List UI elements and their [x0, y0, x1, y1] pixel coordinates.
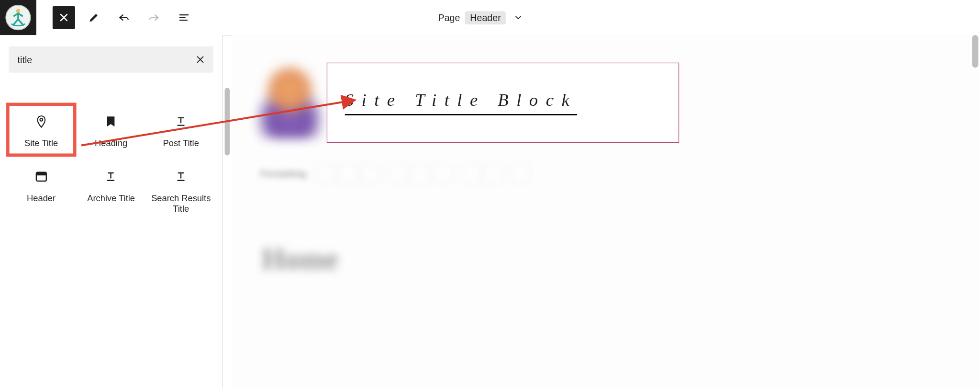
block-search [9, 46, 213, 73]
block-site-title[interactable]: Site Title [8, 104, 75, 155]
undo-button[interactable] [112, 6, 135, 29]
editor-canvas[interactable]: Site Title Block Formatting Home [232, 35, 980, 388]
pencil-icon [88, 11, 100, 24]
block-label: Header [27, 193, 56, 204]
title-icon [103, 169, 118, 184]
block-toolbar-blurred: Formatting [260, 158, 624, 189]
header-layout-icon [33, 169, 48, 184]
editor-topbar: Page Header [0, 0, 980, 36]
block-search-input[interactable] [16, 54, 195, 66]
pin-icon [33, 114, 48, 129]
breadcrumb-root: Page [438, 12, 460, 23]
page-heading-blurred: Home [262, 242, 338, 276]
svg-point-1 [16, 9, 21, 13]
redo-button [143, 6, 165, 29]
editor-scrollbar[interactable] [972, 35, 978, 68]
svg-point-2 [40, 118, 43, 121]
block-label: Search Results Title [150, 193, 212, 215]
toolbar-label: Formatting [260, 169, 306, 179]
yoga-logo-icon [5, 4, 31, 31]
edit-tool-button[interactable] [83, 6, 105, 29]
block-post-title[interactable]: Post Title [147, 104, 215, 155]
title-icon [174, 114, 189, 129]
block-label: Heading [95, 138, 127, 149]
block-label: Post Title [163, 138, 199, 149]
block-header[interactable]: Header [8, 159, 75, 221]
title-icon [174, 169, 189, 184]
close-icon [195, 54, 206, 65]
breadcrumb-current: Header [465, 11, 506, 24]
site-logo-placeholder [256, 63, 323, 138]
template-breadcrumb[interactable]: Page Header [438, 0, 523, 35]
chevron-down-icon [513, 12, 523, 23]
block-results-grid: Site Title Heading Post Title Header Arc… [8, 104, 215, 221]
redo-icon [148, 11, 160, 24]
close-icon [57, 11, 70, 24]
block-inserter-panel: Site Title Heading Post Title Header Arc… [0, 35, 223, 388]
sidebar-scrollbar[interactable] [225, 88, 230, 155]
block-search-results-title[interactable]: Search Results Title [147, 159, 215, 221]
site-logo-button[interactable] [0, 0, 36, 35]
bookmark-icon [103, 114, 118, 129]
list-view-button[interactable] [173, 6, 195, 29]
block-heading[interactable]: Heading [78, 104, 145, 155]
block-label: Site Title [24, 138, 58, 149]
clear-search-button[interactable] [195, 54, 206, 65]
site-title-text[interactable]: Site Title Block [345, 90, 577, 115]
site-title-block[interactable]: Site Title Block [327, 63, 679, 143]
block-archive-title[interactable]: Archive Title [78, 159, 145, 221]
undo-icon [118, 11, 130, 24]
block-label: Archive Title [87, 193, 135, 204]
close-inserter-button[interactable] [53, 6, 75, 29]
svg-rect-4 [36, 172, 46, 175]
list-view-icon [178, 11, 190, 24]
